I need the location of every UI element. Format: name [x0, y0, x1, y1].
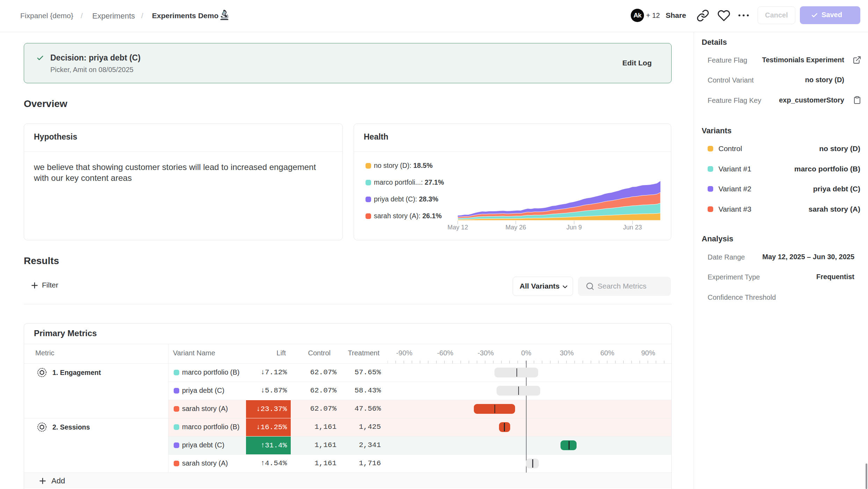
- svg-text:May 26: May 26: [505, 224, 526, 231]
- svg-text:Jun 9: Jun 9: [566, 224, 582, 231]
- svg-text:May 12: May 12: [447, 224, 468, 231]
- svg-text:Jun 23: Jun 23: [623, 224, 642, 231]
